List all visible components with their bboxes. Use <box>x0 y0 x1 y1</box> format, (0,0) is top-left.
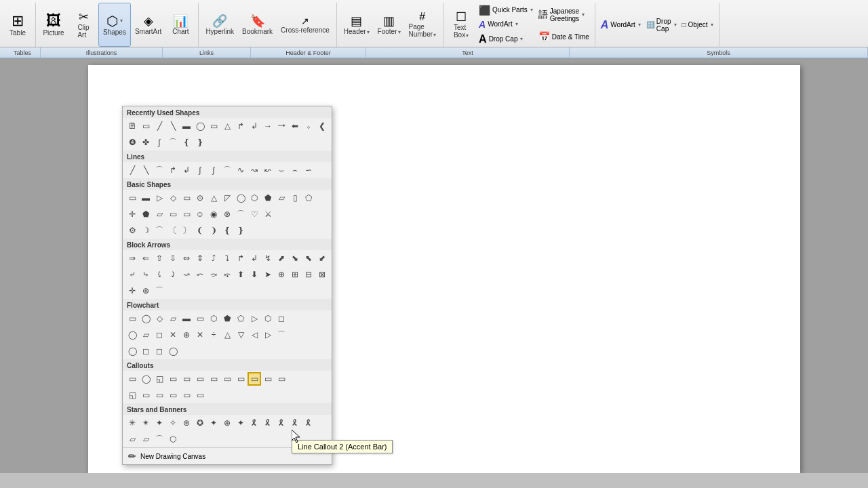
shape-btn[interactable]: ✕ <box>166 328 180 342</box>
shape-btn[interactable]: ▷ <box>248 312 261 325</box>
shape-btn[interactable]: ❵ <box>193 136 207 149</box>
shape-btn[interactable]: ☽ <box>139 224 153 237</box>
shape-btn[interactable]: → <box>261 119 275 133</box>
shape-btn[interactable]: ⬊ <box>288 251 302 265</box>
shape-btn[interactable]: ⇒ <box>125 251 139 265</box>
shape-btn[interactable]: ◯ <box>193 119 207 133</box>
shape-btn[interactable]: ⌒ <box>153 224 166 237</box>
shape-btn[interactable]: 🎗 <box>302 416 315 430</box>
shape-btn[interactable]: ◻ <box>139 344 153 358</box>
shape-btn[interactable]: ⬡ <box>261 312 275 325</box>
shape-btn[interactable]: ⊟ <box>302 268 315 281</box>
chart-button[interactable]: 📊 Chart <box>165 3 195 47</box>
shape-btn[interactable]: ◻ <box>153 344 166 358</box>
shape-btn[interactable]: ▭ <box>125 312 139 325</box>
shape-btn[interactable]: ⊕ <box>275 268 288 281</box>
shape-btn[interactable]: 〕 <box>180 224 193 237</box>
drop-cap-sym-button[interactable]: 🔠 DropCap ▾ <box>644 3 679 47</box>
shape-btn[interactable]: ↱ <box>234 251 248 265</box>
shape-btn[interactable]: ▭ <box>234 372 248 386</box>
shape-btn[interactable]: ⇐ <box>139 251 153 265</box>
shape-btn[interactable]: ☺ <box>193 207 207 221</box>
footer-button[interactable]: ▥ Footer▾ <box>374 3 405 47</box>
shape-btn[interactable]: ⬟ <box>220 312 234 325</box>
shape-btn[interactable]: ↜ <box>261 163 275 177</box>
picture-button[interactable]: 🖼 Picture <box>39 3 68 47</box>
shape-btn[interactable]: ∫ <box>153 136 166 149</box>
shape-btn[interactable]: ▬ <box>139 191 153 205</box>
shape-btn[interactable]: ╲ <box>139 163 153 177</box>
shape-btn[interactable]: ✦ <box>153 416 166 430</box>
shape-btn[interactable]: ⊕ <box>220 416 234 430</box>
table-button[interactable]: ⊞ Table <box>3 3 33 47</box>
shape-btn[interactable]: ◱ <box>153 372 166 386</box>
page-number-button[interactable]: # PageNumber▾ <box>405 3 441 47</box>
shape-btn[interactable]: ⬡ <box>207 312 220 325</box>
cross-reference-button[interactable]: ↗ Cross-reference <box>277 3 334 47</box>
shape-btn[interactable]: ◯ <box>234 191 248 205</box>
shape-btn[interactable]: ✪ <box>193 416 207 430</box>
drop-cap-button[interactable]: A Drop Cap ▾ <box>476 33 536 46</box>
shape-btn[interactable]: ↲ <box>248 251 261 265</box>
shape-btn[interactable]: ◉ <box>207 207 220 221</box>
shape-btn[interactable]: ÷ <box>207 328 220 342</box>
shape-btn[interactable]: ⇕ <box>193 251 207 265</box>
shape-btn[interactable]: ◯ <box>125 344 139 358</box>
shape-btn[interactable]: ╱ <box>153 119 166 133</box>
text-box-button[interactable]: ☐ TextBox▾ <box>446 3 476 47</box>
shape-btn[interactable]: ⬅ <box>288 119 302 133</box>
shape-btn[interactable]: ⤵ <box>220 251 234 265</box>
shape-btn[interactable]: ◁ <box>248 328 261 342</box>
shape-btn[interactable]: ◸ <box>220 191 234 205</box>
shape-btn[interactable]: ▭ <box>248 372 261 386</box>
shape-btn[interactable]: ⌒ <box>234 207 248 221</box>
shape-btn[interactable]: ⊠ <box>315 268 329 281</box>
shape-btn[interactable]: 🎗 <box>288 416 302 430</box>
shape-btn[interactable]: ⤼ <box>207 268 220 281</box>
shape-btn[interactable]: ⊕ <box>180 328 193 342</box>
shape-btn[interactable]: ✕ <box>193 328 207 342</box>
shape-btn[interactable]: ▭ <box>193 372 207 386</box>
shape-btn[interactable]: ⬦ <box>302 119 315 133</box>
shape-btn[interactable]: ▭ <box>125 372 139 386</box>
shape-btn[interactable]: ❴ <box>180 136 193 149</box>
shape-btn[interactable]: ⤺ <box>193 268 207 281</box>
shape-btn[interactable]: 🎗 <box>261 416 275 430</box>
shape-btn[interactable]: ✛ <box>125 284 139 298</box>
hyperlink-button[interactable]: 🔗 Hyperlink <box>201 3 238 47</box>
shape-btn[interactable]: ✤ <box>139 136 153 149</box>
shape-btn[interactable]: ⬉ <box>302 251 315 265</box>
shape-btn[interactable]: ▭ <box>166 372 180 386</box>
shapes-button[interactable]: ⬡ ▾ Shapes <box>98 3 131 47</box>
shape-btn[interactable]: ✛ <box>125 207 139 221</box>
shape-btn[interactable]: ⬋ <box>315 251 329 265</box>
shape-btn[interactable]: ➤ <box>261 268 275 281</box>
shape-btn[interactable]: 〔 <box>166 224 180 237</box>
shape-btn[interactable]: ▱ <box>139 328 153 342</box>
shape-btn[interactable]: ⤷ <box>139 268 153 281</box>
shape-btn[interactable]: 🎗 <box>248 416 261 430</box>
shape-btn[interactable]: ▭ <box>139 388 153 402</box>
shape-btn[interactable]: ✳ <box>125 416 139 430</box>
shape-btn[interactable]: ❮ <box>315 119 329 133</box>
shape-btn[interactable]: ▱ <box>125 432 139 446</box>
shape-btn[interactable]: ⬠ <box>234 312 248 325</box>
shape-btn[interactable]: ↯ <box>261 251 275 265</box>
shape-btn[interactable]: ⊗ <box>220 207 234 221</box>
shape-btn[interactable]: ❴ <box>220 224 234 237</box>
shape-btn[interactable]: ▭ <box>180 191 193 205</box>
shape-btn[interactable]: ⤽ <box>220 268 234 281</box>
date-time-button[interactable]: 📅 Date & Time <box>536 30 592 43</box>
shape-btn[interactable]: ▭ <box>180 372 193 386</box>
shape-btn[interactable]: ▭ <box>180 207 193 221</box>
shape-btn[interactable]: ⬇ <box>248 268 261 281</box>
shape-btn[interactable]: ❹ <box>125 136 139 149</box>
shape-btn[interactable]: ∫ <box>193 163 207 177</box>
shape-btn[interactable]: ╱ <box>125 163 139 177</box>
shape-btn[interactable]: ⊕ <box>139 284 153 298</box>
shape-btn[interactable]: ⤴ <box>207 251 220 265</box>
shape-btn[interactable]: ⬈ <box>275 251 288 265</box>
shape-btn[interactable]: ▬ <box>180 119 193 133</box>
shape-btn[interactable]: ◯ <box>139 372 153 386</box>
shape-btn[interactable]: ▱ <box>139 432 153 446</box>
